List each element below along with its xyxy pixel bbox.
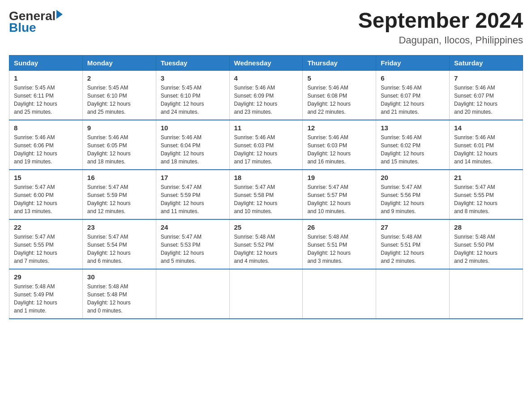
- day-number: 29: [14, 273, 78, 281]
- day-info: Sunrise: 5:46 AMSunset: 6:09 PMDaylight:…: [234, 84, 298, 116]
- day-info: Sunrise: 5:47 AMSunset: 5:57 PMDaylight:…: [307, 183, 371, 215]
- calendar-day-cell: 2 Sunrise: 5:45 AMSunset: 6:10 PMDayligh…: [82, 70, 156, 120]
- calendar-header-row: Sunday Monday Tuesday Wednesday Thursday…: [9, 55, 523, 70]
- calendar-day-cell: 1 Sunrise: 5:45 AMSunset: 6:11 PMDayligh…: [9, 70, 83, 120]
- day-info: Sunrise: 5:47 AMSunset: 5:55 PMDaylight:…: [454, 183, 518, 215]
- day-number: 12: [307, 124, 371, 132]
- day-info: Sunrise: 5:48 AMSunset: 5:48 PMDaylight:…: [87, 283, 151, 315]
- day-number: 7: [454, 74, 518, 82]
- calendar-day-cell: [303, 269, 376, 319]
- day-info: Sunrise: 5:47 AMSunset: 5:59 PMDaylight:…: [87, 183, 151, 215]
- day-info: Sunrise: 5:47 AMSunset: 6:00 PMDaylight:…: [14, 183, 78, 215]
- day-info: Sunrise: 5:48 AMSunset: 5:51 PMDaylight:…: [381, 233, 445, 265]
- day-number: 2: [87, 74, 151, 82]
- day-number: 28: [454, 223, 518, 231]
- day-info: Sunrise: 5:47 AMSunset: 5:54 PMDaylight:…: [87, 233, 151, 265]
- calendar-week-row: 15 Sunrise: 5:47 AMSunset: 6:00 PMDaylig…: [9, 170, 523, 219]
- title-section: September 2024 Dagupan, Ilocos, Philippi…: [358, 9, 523, 46]
- calendar-day-cell: 5 Sunrise: 5:46 AMSunset: 6:08 PMDayligh…: [303, 70, 376, 120]
- calendar-day-cell: 12 Sunrise: 5:46 AMSunset: 6:03 PMDaylig…: [303, 120, 376, 170]
- calendar-title: September 2024: [358, 9, 523, 33]
- day-info: Sunrise: 5:48 AMSunset: 5:50 PMDaylight:…: [454, 233, 518, 265]
- calendar-day-cell: [229, 269, 303, 319]
- day-info: Sunrise: 5:47 AMSunset: 5:55 PMDaylight:…: [14, 233, 78, 265]
- calendar-day-cell: 26 Sunrise: 5:48 AMSunset: 5:51 PMDaylig…: [303, 219, 376, 269]
- header-monday: Monday: [82, 55, 156, 70]
- calendar-day-cell: [156, 269, 229, 319]
- day-number: 5: [307, 74, 371, 82]
- day-number: 17: [161, 174, 225, 181]
- day-info: Sunrise: 5:48 AMSunset: 5:51 PMDaylight:…: [307, 233, 371, 265]
- header-friday: Friday: [376, 55, 450, 70]
- calendar-week-row: 22 Sunrise: 5:47 AMSunset: 5:55 PMDaylig…: [9, 219, 523, 269]
- page-header: General Blue September 2024 Dagupan, Ilo…: [9, 9, 523, 46]
- calendar-day-cell: 15 Sunrise: 5:47 AMSunset: 6:00 PMDaylig…: [9, 170, 83, 219]
- calendar-subtitle: Dagupan, Ilocos, Philippines: [358, 34, 523, 46]
- day-info: Sunrise: 5:46 AMSunset: 6:02 PMDaylight:…: [381, 133, 445, 166]
- day-info: Sunrise: 5:46 AMSunset: 6:04 PMDaylight:…: [161, 133, 225, 166]
- day-number: 8: [14, 124, 78, 132]
- day-info: Sunrise: 5:46 AMSunset: 6:08 PMDaylight:…: [307, 84, 371, 116]
- calendar-day-cell: 23 Sunrise: 5:47 AMSunset: 5:54 PMDaylig…: [82, 219, 156, 269]
- calendar-day-cell: 28 Sunrise: 5:48 AMSunset: 5:50 PMDaylig…: [450, 219, 523, 269]
- calendar-day-cell: 20 Sunrise: 5:47 AMSunset: 5:56 PMDaylig…: [376, 170, 450, 219]
- day-number: 6: [381, 74, 445, 82]
- calendar-day-cell: 3 Sunrise: 5:45 AMSunset: 6:10 PMDayligh…: [156, 70, 229, 120]
- calendar-day-cell: 9 Sunrise: 5:46 AMSunset: 6:05 PMDayligh…: [82, 120, 156, 170]
- day-number: 13: [381, 124, 445, 132]
- day-number: 23: [87, 223, 151, 231]
- day-info: Sunrise: 5:47 AMSunset: 5:58 PMDaylight:…: [234, 183, 298, 215]
- calendar-day-cell: 29 Sunrise: 5:48 AMSunset: 5:49 PMDaylig…: [9, 269, 83, 319]
- day-number: 24: [161, 223, 225, 231]
- day-info: Sunrise: 5:47 AMSunset: 5:56 PMDaylight:…: [381, 183, 445, 215]
- day-info: Sunrise: 5:46 AMSunset: 6:06 PMDaylight:…: [14, 133, 78, 166]
- calendar-day-cell: 19 Sunrise: 5:47 AMSunset: 5:57 PMDaylig…: [303, 170, 376, 219]
- calendar-table: Sunday Monday Tuesday Wednesday Thursday…: [9, 55, 523, 319]
- day-info: Sunrise: 5:45 AMSunset: 6:10 PMDaylight:…: [161, 84, 225, 116]
- day-number: 20: [381, 174, 445, 181]
- day-number: 15: [14, 174, 78, 181]
- calendar-day-cell: 30 Sunrise: 5:48 AMSunset: 5:48 PMDaylig…: [82, 269, 156, 319]
- calendar-day-cell: 16 Sunrise: 5:47 AMSunset: 5:59 PMDaylig…: [82, 170, 156, 219]
- header-sunday: Sunday: [9, 55, 83, 70]
- calendar-day-cell: 4 Sunrise: 5:46 AMSunset: 6:09 PMDayligh…: [229, 70, 303, 120]
- logo: General Blue: [9, 9, 63, 35]
- day-info: Sunrise: 5:47 AMSunset: 5:53 PMDaylight:…: [161, 233, 225, 265]
- calendar-day-cell: 14 Sunrise: 5:46 AMSunset: 6:01 PMDaylig…: [450, 120, 523, 170]
- day-info: Sunrise: 5:46 AMSunset: 6:03 PMDaylight:…: [234, 133, 298, 166]
- calendar-day-cell: 24 Sunrise: 5:47 AMSunset: 5:53 PMDaylig…: [156, 219, 229, 269]
- logo-blue-text: Blue: [9, 21, 63, 35]
- day-number: 14: [454, 124, 518, 132]
- calendar-day-cell: 27 Sunrise: 5:48 AMSunset: 5:51 PMDaylig…: [376, 219, 450, 269]
- calendar-week-row: 1 Sunrise: 5:45 AMSunset: 6:11 PMDayligh…: [9, 70, 523, 120]
- day-number: 18: [234, 174, 298, 181]
- day-number: 27: [381, 223, 445, 231]
- day-info: Sunrise: 5:45 AMSunset: 6:10 PMDaylight:…: [87, 84, 151, 116]
- day-number: 9: [87, 124, 151, 132]
- calendar-day-cell: [450, 269, 523, 319]
- calendar-day-cell: 6 Sunrise: 5:46 AMSunset: 6:07 PMDayligh…: [376, 70, 450, 120]
- day-info: Sunrise: 5:46 AMSunset: 6:05 PMDaylight:…: [87, 133, 151, 166]
- header-saturday: Saturday: [450, 55, 523, 70]
- header-tuesday: Tuesday: [156, 55, 229, 70]
- calendar-week-row: 29 Sunrise: 5:48 AMSunset: 5:49 PMDaylig…: [9, 269, 523, 319]
- calendar-day-cell: 11 Sunrise: 5:46 AMSunset: 6:03 PMDaylig…: [229, 120, 303, 170]
- day-info: Sunrise: 5:47 AMSunset: 5:59 PMDaylight:…: [161, 183, 225, 215]
- day-info: Sunrise: 5:45 AMSunset: 6:11 PMDaylight:…: [14, 84, 78, 116]
- day-number: 19: [307, 174, 371, 181]
- calendar-day-cell: [376, 269, 450, 319]
- day-number: 30: [87, 273, 151, 281]
- calendar-day-cell: 13 Sunrise: 5:46 AMSunset: 6:02 PMDaylig…: [376, 120, 450, 170]
- day-number: 4: [234, 74, 298, 82]
- calendar-day-cell: 22 Sunrise: 5:47 AMSunset: 5:55 PMDaylig…: [9, 219, 83, 269]
- day-number: 3: [161, 74, 225, 82]
- header-wednesday: Wednesday: [229, 55, 303, 70]
- day-number: 21: [454, 174, 518, 181]
- day-number: 25: [234, 223, 298, 231]
- day-info: Sunrise: 5:48 AMSunset: 5:52 PMDaylight:…: [234, 233, 298, 265]
- day-info: Sunrise: 5:46 AMSunset: 6:07 PMDaylight:…: [381, 84, 445, 116]
- calendar-week-row: 8 Sunrise: 5:46 AMSunset: 6:06 PMDayligh…: [9, 120, 523, 170]
- calendar-day-cell: 7 Sunrise: 5:46 AMSunset: 6:07 PMDayligh…: [450, 70, 523, 120]
- day-info: Sunrise: 5:46 AMSunset: 6:07 PMDaylight:…: [454, 84, 518, 116]
- calendar-day-cell: 21 Sunrise: 5:47 AMSunset: 5:55 PMDaylig…: [450, 170, 523, 219]
